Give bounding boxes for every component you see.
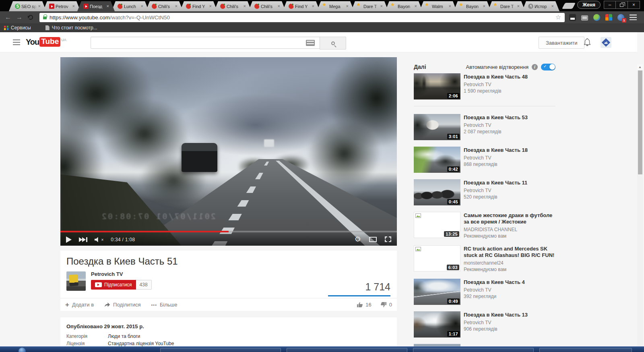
subscribe-button[interactable]: Підписатися (91, 280, 136, 290)
url-host[interactable]: https://www.youtube.com (50, 14, 110, 21)
extension-icon-5[interactable]: 1 (617, 14, 624, 21)
video-thumbnail[interactable]: 0:45 (414, 179, 460, 205)
tab-close-icon[interactable]: × (483, 4, 485, 8)
browser-tab[interactable]: Walm × (419, 1, 457, 11)
back-button[interactable]: ← (5, 14, 11, 21)
address-bar[interactable]: https://www.youtube.com /watch?v=-Q-UnWC… (39, 13, 565, 22)
extension-icon-4[interactable] (605, 14, 612, 21)
related-video-title[interactable]: Поездка в Киев Часть 48 (464, 74, 528, 80)
tab-close-icon[interactable]: × (278, 4, 280, 8)
browser-tab[interactable]: Chili's × (214, 1, 252, 11)
guide-menu-icon[interactable] (13, 39, 20, 45)
page-scrollbar[interactable]: ▲ ▼ (637, 64, 643, 346)
video-thumbnail[interactable]: 0:42 (414, 147, 460, 173)
bookmark-item[interactable]: Что стоит посмотр... (45, 25, 97, 31)
tab-close-icon[interactable]: × (141, 4, 143, 8)
tab-close-icon[interactable]: × (38, 4, 41, 8)
related-video-title[interactable]: Поездка в Киев Часть 53 (464, 114, 528, 121)
video-thumbnail[interactable]: 3:01 (414, 114, 460, 140)
search-input[interactable] (91, 37, 320, 49)
search-button[interactable] (320, 37, 346, 50)
tab-close-icon[interactable]: × (551, 4, 554, 8)
video-player[interactable]: 2011/07/01 07:08:02 × 0:34 / 1:08 ⚙ (60, 57, 397, 246)
detail-value[interactable]: Люди та блоги (108, 333, 140, 339)
taskbar-button[interactable] (287, 348, 407, 352)
forward-button[interactable]: → (16, 14, 23, 21)
browser-tab[interactable]: Lunch × (111, 1, 149, 11)
browser-profile-button[interactable]: Женя (577, 1, 601, 9)
tab-close-icon[interactable]: × (346, 4, 349, 8)
window-close-button[interactable]: × (628, 1, 640, 9)
refresh-button[interactable] (28, 15, 33, 20)
next-button[interactable] (79, 237, 87, 242)
tab-close-icon[interactable]: × (209, 4, 212, 8)
related-video[interactable]: 6:03 RC truck action and Mercedes SK stu… (414, 245, 555, 272)
detail-value[interactable]: Стандартна ліцензія YouTube (108, 341, 174, 346)
channel-avatar[interactable] (66, 271, 86, 291)
like-button[interactable]: 16 (357, 302, 371, 308)
browser-tab[interactable]: Petrov × (43, 1, 80, 11)
volume-muted-icon[interactable]: × (95, 237, 104, 242)
account-avatar[interactable] (601, 37, 611, 48)
related-video[interactable]: 2:06 Поездка в Киев Часть 48 Petrovich T… (414, 73, 555, 99)
tab-close-icon[interactable]: × (449, 4, 451, 8)
taskbar-button[interactable] (413, 348, 534, 352)
extension-icon-2[interactable] (581, 15, 588, 21)
tab-close-icon[interactable]: × (517, 4, 520, 8)
info-icon[interactable]: i (532, 64, 538, 70)
window-restore-button[interactable] (616, 1, 628, 9)
settings-gear-icon[interactable]: ⚙ (355, 236, 361, 243)
browser-tab[interactable]: Bayon × (454, 1, 491, 11)
url-path[interactable]: /watch?v=-Q-UnWCtN50 (110, 14, 170, 21)
play-button[interactable] (66, 236, 72, 243)
browser-tab[interactable]: Chili's × (248, 1, 286, 11)
related-video-title[interactable]: Поездка в Киев Часть 13 (464, 312, 528, 318)
upload-button[interactable]: Завантажити (539, 37, 584, 49)
taskbar-button[interactable] (539, 348, 632, 352)
related-video[interactable]: 0:45 Поездка в Киев Часть 11 Petrovich T… (414, 179, 555, 205)
dislike-button[interactable]: 0 (380, 302, 392, 308)
theater-mode-icon[interactable] (369, 237, 377, 242)
browser-tab[interactable]: Истор × (522, 1, 559, 11)
taskbar-button[interactable] (160, 348, 281, 352)
browser-menu-button[interactable] (630, 14, 637, 20)
https-lock-icon[interactable] (43, 17, 47, 19)
tab-close-icon[interactable]: × (244, 4, 246, 8)
channel-name[interactable]: Petrovich TV (91, 271, 123, 277)
fullscreen-icon[interactable] (385, 236, 391, 242)
window-minimize-button[interactable]: – (604, 1, 616, 9)
related-video[interactable]: 3:01 Поездка в Киев Часть 53 Petrovich T… (414, 114, 555, 140)
scrollbar-up-arrow[interactable]: ▲ (637, 64, 643, 70)
keyboard-icon[interactable] (306, 40, 315, 46)
extension-icon-3[interactable] (593, 14, 600, 21)
tab-close-icon[interactable]: × (312, 4, 314, 8)
browser-tab[interactable]: Find Y × (283, 1, 320, 11)
add-to-button[interactable]: + Додати в (65, 301, 94, 308)
autoplay-toggle[interactable] (541, 64, 555, 70)
related-video-title[interactable]: Поездка в Киев Часть 18 (464, 147, 528, 153)
bookmark-apps[interactable]: Сервисы (4, 25, 31, 31)
tab-close-icon[interactable]: × (380, 4, 383, 8)
related-video[interactable]: 1:17 Поездка в Киев Часть 13 Petrovich T… (414, 311, 555, 338)
related-video-title[interactable]: Поездка в Киев Часть 4 (464, 279, 525, 286)
video-thumbnail[interactable]: 1:17 (414, 311, 460, 338)
more-button[interactable]: ••• Більше (151, 302, 177, 308)
progress-bar[interactable] (60, 231, 397, 232)
tab-close-icon[interactable]: × (415, 4, 417, 8)
browser-tab[interactable]: Bayon × (385, 1, 423, 11)
start-button[interactable] (19, 348, 26, 352)
new-tab-button[interactable] (562, 3, 576, 9)
browser-tab[interactable]: Chili's × (146, 1, 183, 11)
browser-tab[interactable]: Find Y × (180, 1, 217, 11)
related-video-title[interactable]: Самые жестокие драки в футболе за все вр… (464, 212, 555, 225)
tab-close-icon[interactable]: × (72, 4, 75, 8)
bookmark-star-icon[interactable]: ☆ (555, 14, 561, 21)
browser-tab[interactable]: SEO sp × (9, 1, 46, 11)
browser-tab[interactable]: Dare T × (488, 1, 525, 11)
browser-tab[interactable]: Mega × (317, 1, 354, 11)
tab-close-icon[interactable]: × (175, 4, 178, 8)
related-video[interactable]: 0:42 Поездка в Киев Часть 18 Petrovich T… (414, 147, 555, 173)
video-thumbnail[interactable]: 6:03 (414, 245, 460, 271)
video-thumbnail[interactable]: 13:25 (414, 212, 460, 238)
tab-close-icon[interactable]: × (107, 4, 109, 8)
